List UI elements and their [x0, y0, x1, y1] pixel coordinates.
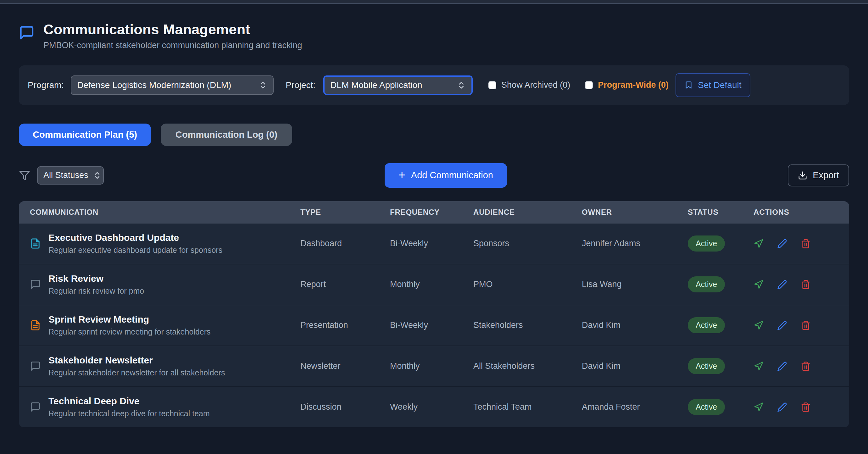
page-header: Communications Management PMBOK-complian…: [19, 22, 849, 50]
audience-cell: Stakeholders: [473, 320, 582, 330]
page-subtitle: PMBOK-compliant stakeholder communicatio…: [43, 40, 302, 50]
owner-cell: Jennifer Adams: [582, 239, 688, 248]
frequency-cell: Bi-Weekly: [390, 320, 473, 330]
chevrons-up-down-icon: [457, 81, 466, 90]
frequency-cell: Weekly: [390, 402, 473, 412]
program-wide-checkbox[interactable]: [585, 81, 593, 89]
column-header-frequency: FREQUENCY: [390, 208, 473, 217]
controls-row: All Statuses + Add Communication Export: [19, 162, 849, 189]
file-text-icon: [30, 238, 41, 249]
project-select[interactable]: DLM Mobile Application: [323, 75, 473, 95]
communication-description: Regular risk review for pmo: [49, 286, 144, 296]
funnel-icon: [19, 170, 30, 181]
edit-icon[interactable]: [777, 280, 787, 290]
communications-table: COMMUNICATION TYPE FREQUENCY AUDIENCE OW…: [19, 201, 849, 427]
message-square-icon: [30, 361, 41, 371]
owner-cell: David Kim: [582, 361, 688, 371]
export-button[interactable]: Export: [788, 164, 849, 187]
delete-icon[interactable]: [801, 280, 811, 290]
project-select-value: DLM Mobile Application: [330, 80, 451, 90]
send-icon[interactable]: [753, 320, 764, 330]
send-icon[interactable]: [753, 280, 764, 290]
program-select[interactable]: Defense Logistics Modernization (DLM): [71, 75, 274, 95]
table-row: Stakeholder Newsletter Regular stakehold…: [19, 346, 849, 386]
send-icon[interactable]: [753, 361, 764, 371]
audience-cell: All Stakeholders: [473, 361, 582, 371]
column-header-audience: AUDIENCE: [473, 208, 582, 217]
communication-description: Regular technical deep dive for technica…: [49, 409, 210, 418]
set-default-button[interactable]: Set Default: [676, 73, 750, 97]
frequency-cell: Monthly: [390, 280, 473, 289]
communications-management-page: Communications Management PMBOK-complian…: [0, 22, 868, 427]
export-label: Export: [813, 170, 839, 181]
send-icon[interactable]: [753, 402, 764, 412]
edit-icon[interactable]: [777, 361, 787, 371]
status-badge: Active: [688, 235, 725, 252]
status-badge: Active: [688, 399, 725, 415]
add-communication-button[interactable]: + Add Communication: [384, 163, 507, 188]
program-select-value: Defense Logistics Modernization (DLM): [77, 80, 252, 90]
column-header-type: TYPE: [300, 208, 390, 217]
bookmark-icon: [684, 81, 693, 89]
show-archived-checkbox[interactable]: [488, 81, 496, 89]
table-row: Executive Dashboard Update Regular execu…: [19, 224, 849, 264]
file-text-icon: [30, 320, 41, 331]
add-communication-label: Add Communication: [411, 170, 493, 181]
owner-cell: Amanda Foster: [582, 402, 688, 412]
communication-description: Regular sprint review meeting for stakeh…: [49, 327, 211, 336]
audience-cell: Technical Team: [473, 402, 582, 412]
plus-icon: +: [399, 169, 405, 181]
delete-icon[interactable]: [801, 320, 811, 330]
table-row: Technical Deep Dive Regular technical de…: [19, 386, 849, 427]
delete-icon[interactable]: [801, 361, 811, 371]
communication-description: Regular stakeholder newsletter for all s…: [49, 368, 225, 377]
page-title: Communications Management: [43, 22, 302, 37]
owner-cell: Lisa Wang: [582, 280, 688, 289]
status-filter-select[interactable]: All Statuses: [37, 166, 104, 185]
program-label: Program:: [28, 80, 64, 90]
column-header-actions: ACTIONS: [753, 208, 849, 217]
edit-icon[interactable]: [777, 402, 787, 412]
audience-cell: PMO: [473, 280, 582, 289]
chevrons-up-down-icon: [93, 171, 101, 180]
status-badge: Active: [688, 317, 725, 333]
chevrons-up-down-icon: [258, 81, 267, 90]
send-icon[interactable]: [753, 239, 764, 249]
column-header-communication: COMMUNICATION: [30, 208, 300, 217]
communication-description: Regular executive dashboard update for s…: [49, 246, 222, 255]
table-header-row: COMMUNICATION TYPE FREQUENCY AUDIENCE OW…: [19, 201, 849, 224]
delete-icon[interactable]: [801, 239, 811, 249]
communication-title: Executive Dashboard Update: [49, 232, 222, 243]
type-cell: Newsletter: [300, 361, 390, 371]
download-icon: [798, 171, 807, 180]
edit-icon[interactable]: [777, 239, 787, 249]
message-square-icon: [30, 279, 41, 290]
column-header-owner: OWNER: [582, 208, 688, 217]
frequency-cell: Monthly: [390, 361, 473, 371]
status-badge: Active: [688, 277, 725, 292]
filter-panel: Program: Defense Logistics Modernization…: [19, 65, 849, 105]
chat-bubble-icon: [19, 25, 35, 42]
edit-icon[interactable]: [777, 320, 787, 330]
type-cell: Discussion: [300, 402, 390, 412]
top-bar: [0, 0, 868, 4]
tab-communication-log[interactable]: Communication Log (0): [161, 124, 292, 146]
audience-cell: Sponsors: [473, 239, 582, 248]
set-default-label: Set Default: [698, 80, 742, 90]
delete-icon[interactable]: [801, 402, 811, 412]
communication-title: Risk Review: [49, 273, 144, 284]
tab-communication-plan[interactable]: Communication Plan (5): [19, 124, 151, 146]
status-filter-value: All Statuses: [43, 170, 88, 180]
project-label: Project:: [285, 80, 315, 90]
program-wide-label: Program-Wide (0): [598, 80, 669, 90]
frequency-cell: Bi-Weekly: [390, 239, 473, 248]
owner-cell: David Kim: [582, 320, 688, 330]
type-cell: Report: [300, 280, 390, 289]
message-square-icon: [30, 401, 41, 413]
table-row: Risk Review Regular risk review for pmo …: [19, 264, 849, 305]
tab-bar: Communication Plan (5) Communication Log…: [19, 124, 849, 146]
communication-title: Stakeholder Newsletter: [49, 355, 225, 366]
type-cell: Presentation: [300, 320, 390, 330]
type-cell: Dashboard: [300, 239, 390, 248]
communication-title: Technical Deep Dive: [49, 396, 210, 407]
